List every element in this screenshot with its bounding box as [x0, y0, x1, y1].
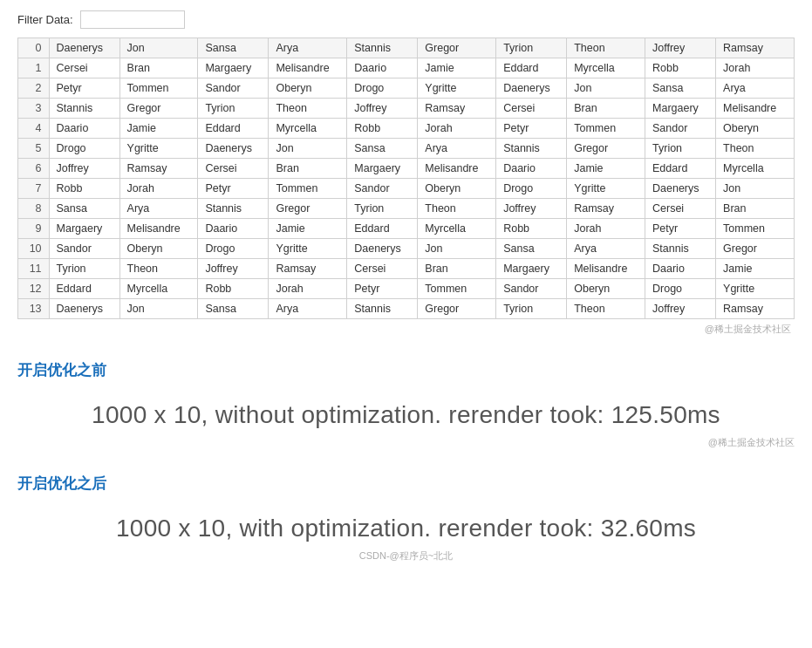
section-before: 开启优化之前 1000 x 10, without optimization. … — [17, 360, 795, 449]
table-cell: Jon — [567, 78, 645, 99]
filter-label: Filter Data: — [17, 13, 73, 26]
table-cell: Tyrion — [347, 199, 418, 219]
table-cell: Sansa — [645, 78, 716, 99]
table-cell: Jamie — [567, 159, 645, 179]
row-index: 12 — [18, 279, 50, 299]
table-cell: Margaery — [198, 58, 269, 78]
table-cell: Petyr — [645, 219, 716, 239]
table-cell: Tommen — [119, 78, 198, 99]
filter-input[interactable] — [80, 10, 185, 29]
table-cell: Cersei — [496, 99, 567, 119]
row-index: 7 — [18, 179, 50, 199]
table-cell: Gregor — [119, 99, 198, 119]
table-cell: Oberyn — [567, 279, 645, 299]
table-row: 8SansaAryaStannisGregorTyrionTheonJoffre… — [18, 199, 795, 219]
table-cell: Tyrion — [198, 99, 269, 119]
table-cell: Myrcella — [119, 279, 198, 299]
table-row: 12EddardMyrcellaRobbJorahPetyrTommenSand… — [18, 279, 795, 299]
table-row: 0DaenerysJonSansaAryaStannisGregorTyrion… — [18, 38, 795, 58]
filter-row: Filter Data: — [17, 10, 795, 29]
table-cell: Eddard — [198, 119, 269, 139]
table-cell: Theon — [716, 139, 795, 159]
row-index: 9 — [18, 219, 50, 239]
table-cell: Jorah — [119, 179, 198, 199]
table-cell: Jorah — [418, 119, 496, 139]
table-cell: Robb — [645, 58, 716, 78]
row-index: 8 — [18, 199, 50, 219]
row-index: 0 — [18, 38, 50, 58]
row-index: 10 — [18, 239, 50, 259]
table-cell: Jorah — [716, 58, 795, 78]
table-cell: Robb — [496, 219, 567, 239]
table-cell: Arya — [716, 78, 795, 99]
table-cell: Ramsay — [567, 199, 645, 219]
table-cell: Ramsay — [716, 299, 795, 319]
table-cell: Jon — [119, 38, 198, 58]
table-cell: Cersei — [49, 58, 119, 78]
table-cell: Robb — [347, 119, 418, 139]
row-index: 2 — [18, 78, 50, 99]
table-cell: Ramsay — [269, 259, 347, 279]
table-cell: Stannis — [645, 239, 716, 259]
table-row: 9MargaeryMelisandreDaarioJamieEddardMyrc… — [18, 219, 795, 239]
table-row: 11TyrionTheonJoffreyRamsayCerseiBranMarg… — [18, 259, 795, 279]
row-index: 13 — [18, 299, 50, 319]
row-index: 4 — [18, 119, 50, 139]
table-cell: Arya — [119, 199, 198, 219]
table-cell: Sandor — [496, 279, 567, 299]
table-cell: Theon — [119, 259, 198, 279]
table-cell: Myrcella — [269, 119, 347, 139]
table-cell: Stannis — [198, 199, 269, 219]
row-index: 6 — [18, 159, 50, 179]
row-index: 3 — [18, 99, 50, 119]
table-row: 7RobbJorahPetyrTommenSandorOberynDrogoYg… — [18, 179, 795, 199]
table-cell: Daario — [49, 119, 119, 139]
table-cell: Jon — [418, 239, 496, 259]
table-cell: Bran — [716, 199, 795, 219]
row-index: 1 — [18, 58, 50, 78]
table-cell: Ygritte — [716, 279, 795, 299]
table-cell: Cersei — [347, 259, 418, 279]
table-cell: Myrcella — [418, 219, 496, 239]
table-cell: Sansa — [347, 139, 418, 159]
table-cell: Drogo — [645, 279, 716, 299]
table-cell: Jamie — [418, 58, 496, 78]
row-index: 11 — [18, 259, 50, 279]
table-cell: Melisandre — [418, 159, 496, 179]
table-cell: Bran — [418, 259, 496, 279]
table-row: 3StannisGregorTyrionTheonJoffreyRamsayCe… — [18, 99, 795, 119]
table-cell: Drogo — [347, 78, 418, 99]
table-cell: Joffrey — [198, 259, 269, 279]
table-cell: Drogo — [496, 179, 567, 199]
table-cell: Eddard — [347, 219, 418, 239]
table-cell: Daario — [645, 259, 716, 279]
table-cell: Oberyn — [269, 78, 347, 99]
table-cell: Oberyn — [418, 179, 496, 199]
table-cell: Cersei — [645, 199, 716, 219]
table-cell: Joffrey — [645, 299, 716, 319]
table-cell: Daenerys — [347, 239, 418, 259]
table-cell: Robb — [49, 179, 119, 199]
table-cell: Sandor — [645, 119, 716, 139]
table-cell: Tyrion — [496, 299, 567, 319]
table-cell: Drogo — [49, 139, 119, 159]
table-cell: Petyr — [198, 179, 269, 199]
table-cell: Stannis — [347, 299, 418, 319]
table-cell: Sandor — [347, 179, 418, 199]
table-cell: Sansa — [198, 299, 269, 319]
table-cell: Petyr — [347, 279, 418, 299]
table-cell: Jamie — [716, 259, 795, 279]
table-row: 2PetyrTommenSandorOberynDrogoYgritteDaen… — [18, 78, 795, 99]
data-table: 0DaenerysJonSansaAryaStannisGregorTyrion… — [17, 38, 795, 319]
table-cell: Daenerys — [496, 78, 567, 99]
table-cell: Oberyn — [716, 119, 795, 139]
table-cell: Sandor — [198, 78, 269, 99]
table-cell: Stannis — [496, 139, 567, 159]
table-cell: Theon — [269, 99, 347, 119]
table-cell: Bran — [119, 58, 198, 78]
table-cell: Gregor — [418, 38, 496, 58]
section-before-title: 开启优化之前 — [17, 360, 795, 380]
table-cell: Daenerys — [49, 38, 119, 58]
table-cell: Gregor — [567, 139, 645, 159]
table-cell: Melisandre — [269, 58, 347, 78]
